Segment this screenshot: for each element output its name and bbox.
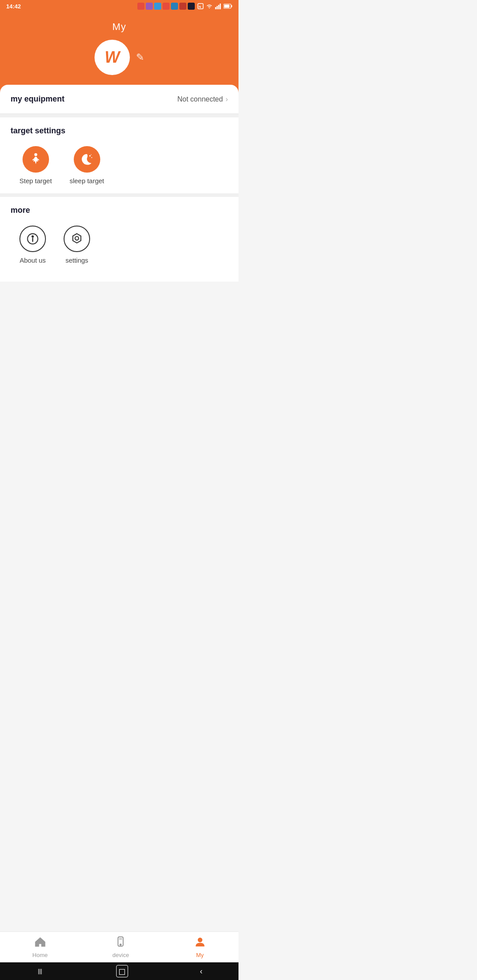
nfc-icon: N	[197, 3, 204, 10]
settings-icon	[71, 233, 83, 245]
more-section-title: more	[11, 206, 228, 215]
avatar[interactable]: W	[95, 40, 130, 75]
section-divider-2	[0, 193, 238, 197]
status-right-icons: N	[137, 3, 232, 10]
settings-item[interactable]: settings	[64, 226, 90, 264]
svg-rect-8	[224, 5, 230, 8]
about-us-item[interactable]: About us	[19, 226, 46, 264]
settings-label: settings	[65, 256, 88, 264]
svg-point-10	[89, 155, 91, 156]
sleep-target-item[interactable]: sleep target	[69, 146, 104, 185]
notif-icon-3	[154, 3, 161, 10]
svg-point-9	[34, 153, 37, 156]
battery-icon	[223, 4, 232, 9]
notif-icon-6	[179, 3, 186, 10]
svg-point-11	[91, 157, 92, 158]
walk-icon	[29, 152, 43, 166]
svg-text:N: N	[199, 5, 201, 8]
system-status-icons: N	[197, 3, 232, 10]
about-us-label: About us	[19, 256, 45, 264]
svg-point-15	[32, 236, 33, 237]
notif-icon-5	[171, 3, 178, 10]
notification-icons	[137, 3, 195, 10]
info-icon	[26, 233, 39, 245]
sleep-target-label: sleep target	[69, 177, 104, 185]
wifi-icon	[206, 3, 213, 10]
my-equipment-row[interactable]: my equipment Not connected ›	[0, 85, 238, 114]
about-us-icon-circle	[19, 226, 46, 252]
equipment-label: my equipment	[11, 94, 64, 104]
chevron-right-icon: ›	[226, 95, 228, 103]
notif-icon-1	[137, 3, 144, 10]
time-display: 14:42	[6, 3, 21, 10]
edit-profile-icon[interactable]: ✎	[136, 52, 144, 63]
not-connected-text: Not connected	[177, 95, 223, 103]
svg-rect-3	[217, 6, 218, 10]
step-target-label: Step target	[19, 177, 52, 185]
notif-icon-2	[146, 3, 153, 10]
avatar-letter: W	[105, 49, 120, 65]
sleep-target-icon-circle	[74, 146, 100, 173]
equipment-status: Not connected ›	[177, 95, 228, 103]
svg-rect-2	[215, 7, 216, 9]
notif-icon-7	[188, 3, 195, 10]
moon-icon	[80, 152, 94, 166]
section-divider-1	[0, 114, 238, 117]
svg-rect-5	[220, 4, 221, 9]
avatar-row: W ✎	[95, 40, 144, 75]
header-section: My W ✎	[0, 12, 238, 93]
signal-icon	[215, 3, 222, 10]
svg-point-12	[91, 155, 91, 155]
status-bar: 14:42 N	[0, 0, 238, 12]
target-settings-title: target settings	[11, 126, 228, 136]
step-target-icon-circle	[23, 146, 49, 173]
step-target-item[interactable]: Step target	[19, 146, 52, 185]
settings-icon-circle	[64, 226, 90, 252]
more-grid: About us settings	[11, 226, 228, 264]
svg-point-16	[75, 237, 79, 240]
more-section: more About us	[0, 197, 238, 273]
svg-rect-7	[231, 5, 232, 8]
notif-icon-4	[163, 3, 170, 10]
page-title: My	[112, 21, 126, 33]
target-settings-grid: Step target sleep target	[11, 146, 228, 185]
svg-rect-4	[218, 5, 220, 9]
main-content: my equipment Not connected › target sett…	[0, 85, 238, 282]
target-settings-section: target settings Step target	[0, 117, 238, 193]
